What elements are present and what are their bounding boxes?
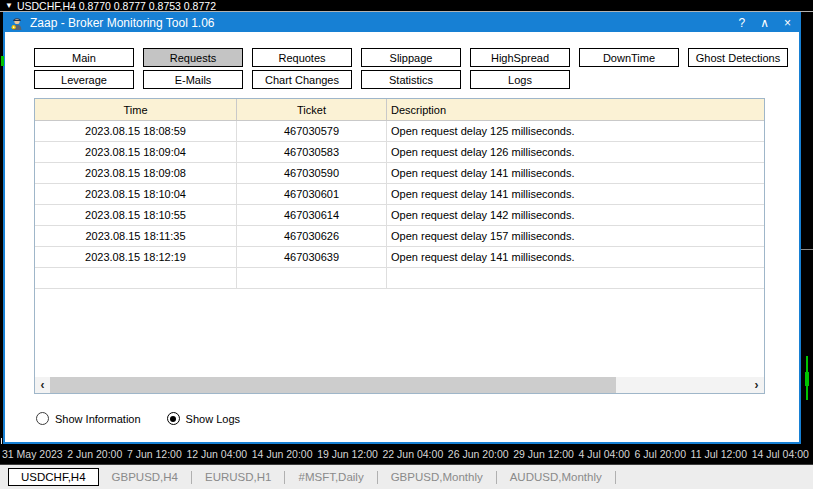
- tab-gbpusd-monthly[interactable]: GBPUSD,Monthly: [378, 471, 496, 483]
- requests-log-table: Time Ticket Description 2023.08.15 18:08…: [34, 98, 765, 394]
- cell-time: 2023.08.15 18:11:35: [35, 226, 237, 246]
- time-axis-label: 19 Jun 12:00: [317, 448, 378, 460]
- chart-candle-green: [806, 356, 808, 400]
- chart-time-axis: 31 May 2023 2 Jun 20:00 7 Jun 12:00 12 J…: [0, 444, 813, 464]
- show-logs-radio[interactable]: Show Logs: [167, 412, 240, 425]
- scroll-left-icon[interactable]: ‹: [35, 377, 50, 393]
- table-header-row: Time Ticket Description: [35, 99, 764, 121]
- close-icon[interactable]: ×: [784, 16, 791, 30]
- ghost-detections-button[interactable]: Ghost Detections: [688, 48, 788, 67]
- chart-candle-fragment: [1, 56, 4, 66]
- dialog-titlebar[interactable]: Zaap - Broker Monitoring Tool 1.06 ? ∧ ×: [5, 14, 799, 32]
- column-header-time: Time: [35, 99, 237, 120]
- table-row[interactable]: 2023.08.15 18:09:08 467030590 Open reque…: [35, 163, 764, 184]
- scrollbar-thumb[interactable]: [50, 377, 616, 393]
- show-information-radio[interactable]: Show Information: [36, 412, 141, 425]
- chart-symbol-bar: ▼USDCHF,H4 0.8770 0.8777 0.8753 0.8772: [0, 0, 813, 11]
- requotes-button[interactable]: Requotes: [252, 48, 352, 67]
- table-row-empty[interactable]: [35, 268, 764, 289]
- time-axis-label: 12 Jun 04:00: [186, 448, 247, 460]
- mt4-chart-window: ▼USDCHF,H4 0.8770 0.8777 0.8753 0.8772 Z…: [0, 0, 813, 489]
- downtime-button[interactable]: DownTime: [579, 48, 679, 67]
- scroll-right-icon[interactable]: ›: [749, 377, 764, 393]
- chart-tab-bar: USDCHF,H4 GBPUSD,H4 EURUSD,H1 #MSFT,Dail…: [0, 464, 813, 489]
- time-axis-label: 22 Jun 04:00: [383, 448, 444, 460]
- chart-changes-button[interactable]: Chart Changes: [252, 70, 352, 89]
- cell-empty: [237, 268, 387, 288]
- tab-gbpusd-h4[interactable]: GBPUSD,H4: [99, 471, 191, 483]
- cell-ticket: 467030639: [237, 247, 387, 267]
- cell-ticket: 467030601: [237, 184, 387, 204]
- radio-checked-icon[interactable]: [167, 412, 180, 425]
- horizontal-scrollbar[interactable]: ‹ ›: [35, 377, 764, 393]
- time-axis-label: 29 Jun 12:00: [513, 448, 574, 460]
- chart-price-tick: [801, 249, 813, 250]
- column-header-description: Description: [387, 99, 764, 120]
- cell-description: Open request delay 142 milliseconds.: [387, 205, 764, 225]
- cell-ticket: 467030626: [237, 226, 387, 246]
- cell-time: 2023.08.15 18:10:04: [35, 184, 237, 204]
- window-controls: ? ∧ ×: [739, 16, 792, 30]
- tab-divider: [615, 471, 616, 484]
- time-axis-label: 6 Jul 20:00: [635, 448, 686, 460]
- tab-msft-daily[interactable]: #MSFT,Daily: [285, 471, 376, 483]
- requests-button[interactable]: Requests: [143, 48, 243, 67]
- broker-monitoring-dialog: Zaap - Broker Monitoring Tool 1.06 ? ∧ ×…: [3, 12, 801, 444]
- main-button[interactable]: Main: [34, 48, 134, 67]
- logs-button[interactable]: Logs: [470, 70, 570, 89]
- cell-description: Open request delay 126 milliseconds.: [387, 142, 764, 162]
- cell-description: Open request delay 157 milliseconds.: [387, 226, 764, 246]
- cell-description: Open request delay 141 milliseconds.: [387, 184, 764, 204]
- nav-button-row-2: Leverage E-Mails Chart Changes Statistic…: [34, 70, 570, 89]
- tab-usdchf-h4[interactable]: USDCHF,H4: [8, 468, 99, 486]
- table-row[interactable]: 2023.08.15 18:08:59 467030579 Open reque…: [35, 121, 764, 142]
- cell-ticket: 467030579: [237, 121, 387, 141]
- cell-description: Open request delay 141 milliseconds.: [387, 163, 764, 183]
- cell-empty: [387, 268, 764, 288]
- app-icon: [10, 16, 24, 30]
- slippage-button[interactable]: Slippage: [361, 48, 461, 67]
- time-axis-label: 14 Jun 20:00: [252, 448, 313, 460]
- display-mode-radios: Show Information Show Logs: [36, 412, 240, 425]
- time-axis-label: 14 Jul 04:00: [752, 448, 809, 460]
- leverage-button[interactable]: Leverage: [34, 70, 134, 89]
- radio-label: Show Information: [55, 413, 141, 425]
- cell-description: Open request delay 141 milliseconds.: [387, 247, 764, 267]
- cell-description: Open request delay 125 milliseconds.: [387, 121, 764, 141]
- table-row[interactable]: 2023.08.15 18:12:19 467030639 Open reque…: [35, 247, 764, 268]
- emails-button[interactable]: E-Mails: [143, 70, 243, 89]
- cell-time: 2023.08.15 18:09:04: [35, 142, 237, 162]
- symbol-ohlc-text: USDCHF,H4 0.8770 0.8777 0.8753 0.8772: [17, 0, 216, 11]
- cell-time: 2023.08.15 18:12:19: [35, 247, 237, 267]
- time-axis-label: 7 Jun 12:00: [127, 448, 182, 460]
- radio-label: Show Logs: [186, 413, 240, 425]
- time-axis-label: 4 Jul 04:00: [579, 448, 630, 460]
- collapse-triangle-icon[interactable]: ▼: [5, 0, 13, 11]
- scrollbar-track[interactable]: [50, 377, 749, 393]
- cell-empty: [35, 268, 237, 288]
- cell-time: 2023.08.15 18:09:08: [35, 163, 237, 183]
- table-row[interactable]: 2023.08.15 18:10:04 467030601 Open reque…: [35, 184, 764, 205]
- cell-ticket: 467030614: [237, 205, 387, 225]
- tab-audusd-monthly[interactable]: AUDUSD,Monthly: [497, 471, 615, 483]
- dialog-title: Zaap - Broker Monitoring Tool 1.06: [30, 14, 739, 32]
- table-row[interactable]: 2023.08.15 18:10:55 467030614 Open reque…: [35, 205, 764, 226]
- radio-unchecked-icon[interactable]: [36, 412, 49, 425]
- highspread-button[interactable]: HighSpread: [470, 48, 570, 67]
- collapse-icon[interactable]: ∧: [760, 16, 769, 30]
- column-header-ticket: Ticket: [237, 99, 387, 120]
- time-axis-label: 11 Jul 12:00: [691, 448, 747, 460]
- table-row[interactable]: 2023.08.15 18:09:04 467030583 Open reque…: [35, 142, 764, 163]
- dialog-body: Main Requests Requotes Slippage HighSpre…: [5, 32, 799, 442]
- cell-ticket: 467030583: [237, 142, 387, 162]
- statistics-button[interactable]: Statistics: [361, 70, 461, 89]
- time-axis-label: 2 Jun 20:00: [67, 448, 122, 460]
- cell-ticket: 467030590: [237, 163, 387, 183]
- cell-time: 2023.08.15 18:10:55: [35, 205, 237, 225]
- cell-time: 2023.08.15 18:08:59: [35, 121, 237, 141]
- tab-eurusd-h1[interactable]: EURUSD,H1: [192, 471, 284, 483]
- help-icon[interactable]: ?: [739, 16, 746, 30]
- time-axis-label: 31 May 2023: [2, 448, 63, 460]
- time-axis-label: 26 Jun 20:00: [448, 448, 509, 460]
- table-row[interactable]: 2023.08.15 18:11:35 467030626 Open reque…: [35, 226, 764, 247]
